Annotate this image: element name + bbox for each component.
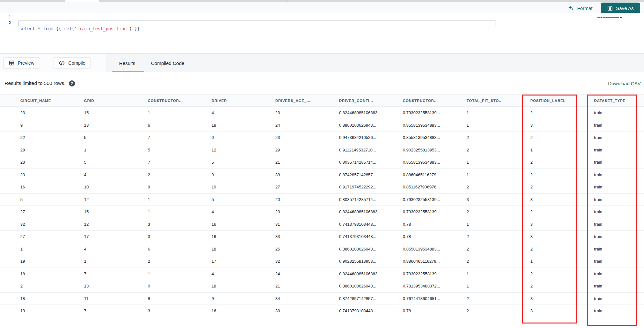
minimap-mark — [597, 17, 601, 18]
table-cell: 0.7930232558139... — [403, 206, 467, 218]
table-cell: 6 — [148, 243, 212, 256]
tab-results[interactable]: Results — [119, 54, 135, 72]
cursor-line-highlight[interactable] — [18, 20, 496, 26]
table-cell: 16 — [20, 181, 84, 194]
results-info-bar: Results limited to 500 rows. ? Download … — [0, 72, 644, 94]
table-cell: 34 — [275, 293, 339, 305]
tab-compiled-code-label: Compiled Code — [151, 60, 184, 66]
table-cell: 1 — [84, 255, 148, 268]
table-cell: 5 — [148, 144, 212, 157]
table-cell: 32 — [20, 218, 84, 231]
code-token: ) — [129, 26, 132, 31]
table-cell: 8 — [148, 293, 212, 305]
table-cell: 1 — [20, 243, 84, 256]
table-grid-icon — [9, 60, 14, 66]
table-cell: 4 — [212, 107, 275, 119]
help-icon[interactable]: ? — [69, 80, 75, 87]
compile-button[interactable]: Compile — [53, 57, 91, 69]
table-cell: 7 — [84, 268, 148, 280]
table-cell: 9 — [212, 293, 275, 305]
table-cell: 0.824468085106383 — [339, 268, 403, 280]
line-number-1: 1 — [0, 14, 11, 20]
table-cell: 2 — [467, 305, 530, 317]
table-cell: 0.7413793103448... — [339, 305, 403, 317]
table-cell: 7 — [148, 156, 212, 169]
tab-compiled-code[interactable]: Compiled Code — [151, 54, 184, 72]
table-cell: 5 — [84, 156, 148, 169]
minimap-mark — [603, 17, 606, 18]
format-button[interactable]: Format — [568, 5, 592, 11]
table-cell: 3 — [148, 218, 212, 231]
highlight-box-position-label — [522, 95, 577, 323]
code-token: ref( — [64, 26, 74, 31]
table-cell: 12 — [84, 218, 148, 231]
code-token: select — [19, 26, 35, 31]
code-token — [35, 26, 38, 31]
download-csv-link[interactable]: Download CSV — [608, 72, 641, 94]
code-area[interactable]: select * from {{ ref('train_test_positio… — [19, 14, 140, 50]
table-cell: 0.8035714285714... — [339, 194, 403, 206]
sql-editor[interactable]: 1 2 select * from {{ ref('train_test_pos… — [0, 13, 644, 53]
save-as-button-label: Save As — [616, 5, 634, 11]
table-cell: 9 — [20, 119, 84, 132]
table-cell: 2 — [467, 255, 530, 268]
save-as-button[interactable]: Save As — [601, 3, 640, 14]
table-cell: 23 — [275, 107, 339, 119]
table-cell: 2 — [467, 206, 530, 218]
code-token — [53, 26, 56, 31]
table-cell: 17 — [212, 255, 275, 268]
highlight-box-dataset-type — [587, 95, 637, 326]
table-cell: 12 — [212, 144, 275, 157]
table-cell: 0.9023255813953... — [339, 255, 403, 268]
table-cell: 27 — [20, 231, 84, 243]
table-cell: 15 — [84, 206, 148, 218]
compile-button-label: Compile — [68, 60, 85, 66]
table-cell: 18 — [20, 293, 84, 305]
table-cell: 0.8558139534883... — [403, 243, 467, 256]
table-cell: 23 — [20, 156, 84, 169]
table-cell: 0.824468085106383 — [339, 107, 403, 119]
tab-results-label: Results — [119, 60, 135, 66]
table-cell: 0.78 — [403, 218, 467, 231]
minimap-mark — [608, 17, 619, 18]
code-token: * — [38, 26, 40, 31]
table-cell: 23 — [275, 206, 339, 218]
minimap-mark — [601, 17, 602, 18]
table-cell: 1 — [467, 107, 530, 119]
results-limit-text: Results limited to 500 rows. — [5, 80, 66, 86]
code-token: }} — [132, 26, 140, 31]
table-cell: 1 — [467, 280, 530, 293]
table-cell: 12 — [84, 194, 148, 206]
table-cell: 19 — [20, 305, 84, 317]
code-line-1[interactable]: select * from {{ ref('train_test_positio… — [19, 26, 140, 32]
table-cell: 1 — [148, 268, 212, 280]
table-cell: 11 — [84, 293, 148, 305]
table-cell: 1 — [148, 107, 212, 119]
table-cell: 30 — [275, 305, 339, 317]
table-cell: 0.8742857142857... — [339, 293, 403, 305]
table-cell: 0.8860465116279... — [403, 255, 467, 268]
table-cell: 4 — [84, 243, 148, 256]
table-cell: 0.8035714285714... — [339, 156, 403, 169]
table-cell: 23 — [20, 169, 84, 181]
table-cell: 0.8558139534883... — [403, 119, 467, 132]
save-icon — [607, 5, 613, 11]
column-header: DRIVERS_AGE_... — [275, 95, 339, 107]
table-cell: 3 — [467, 194, 530, 206]
table-cell: 17 — [84, 231, 148, 243]
table-cell: 0.8860103626943... — [339, 119, 403, 132]
table-cell: 1 — [148, 206, 212, 218]
code-minimap[interactable] — [597, 16, 633, 18]
table-cell: 13 — [84, 280, 148, 293]
table-cell: 19 — [20, 255, 84, 268]
table-cell: 28 — [20, 144, 84, 157]
dbt-ide-workspace: Format Save As 1 2 select * from {{ ref(… — [0, 0, 644, 328]
table-cell: 0.7674418604651... — [403, 293, 467, 305]
table-cell: 1 — [467, 156, 530, 169]
preview-button-label: Preview — [18, 60, 34, 66]
table-cell: 15 — [84, 107, 148, 119]
preview-button[interactable]: Preview — [3, 57, 40, 69]
column-header: TOTAL_PIT_STO... — [467, 95, 530, 107]
table-cell: 16 — [212, 218, 275, 231]
table-cell: 33 — [275, 231, 339, 243]
